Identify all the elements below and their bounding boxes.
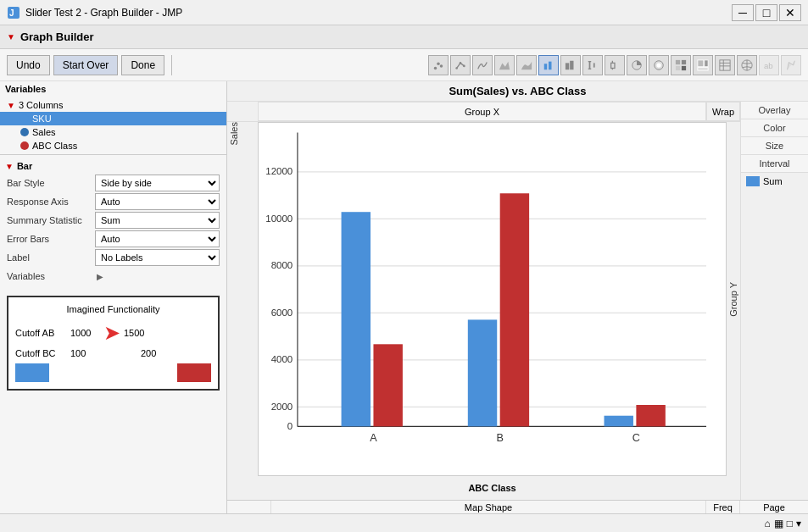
status-icon-dropdown[interactable]: ▾ [796, 518, 801, 529]
svg-line-9 [460, 63, 464, 66]
svg-rect-12 [566, 63, 569, 69]
title-bar-controls: ─ □ ✕ [732, 4, 801, 21]
done-button[interactable]: Done [121, 55, 164, 75]
chart-icon-pie2[interactable] [649, 55, 669, 75]
right-overlay-panel: Overlay Color Size Interval Sum [740, 102, 808, 500]
chart-icon-word[interactable]: ab [759, 55, 779, 75]
svg-point-4 [440, 64, 443, 68]
svg-text:12000: 12000 [265, 166, 293, 176]
label-row: Label No Labels [0, 248, 226, 267]
page-label: Page [740, 501, 808, 513]
chart-icon-area[interactable] [494, 55, 515, 75]
x-axis-spacer [227, 476, 258, 500]
svg-rect-18 [611, 63, 615, 68]
chart-icon-range[interactable] [582, 55, 603, 75]
svg-text:8000: 8000 [271, 260, 293, 270]
status-icon-table[interactable]: ▦ [774, 518, 783, 529]
bar-style-label: Bar Style [7, 178, 92, 188]
chart-with-axes: Group X Wrap Sales [227, 102, 740, 500]
undo-button[interactable]: Undo [7, 55, 50, 75]
sales-dot [20, 128, 29, 136]
cutoff-bc-row: Cutoff BC 100 200 [15, 348, 211, 358]
variables-list: ▼ 3 Columns SKU Sales ABC Class [0, 97, 226, 154]
chart-icon-box[interactable] [605, 55, 625, 75]
svg-text:10000: 10000 [265, 213, 293, 224]
right-area: Sum(Sales) vs. ABC Class Group X Wrap Sa [227, 81, 808, 513]
response-axis-select[interactable]: Auto [95, 193, 220, 210]
x-axis-row: ABC Class [227, 476, 740, 500]
chart-icon-line2[interactable] [450, 55, 471, 75]
svg-text:4000: 4000 [271, 354, 293, 364]
error-bars-label: Error Bars [7, 234, 92, 244]
bar-style-select[interactable]: Side by side [95, 175, 220, 191]
var-item-sales[interactable]: Sales [0, 125, 226, 139]
var-item-sku[interactable]: SKU [0, 112, 226, 125]
chart-icon-geo[interactable] [781, 55, 801, 75]
cutoff-ab-val2: 1500 [124, 328, 153, 338]
svg-text:0: 0 [287, 421, 293, 431]
svg-text:B: B [496, 432, 503, 444]
cutoff-bc-val2: 200 [141, 348, 170, 358]
chart-main: Group X Wrap Sales [227, 102, 808, 500]
chart-title: Sum(Sales) vs. ABC Class [227, 81, 808, 102]
group-y-label: Group Y [727, 282, 740, 317]
var-group-arrow[interactable]: ▼ [7, 101, 15, 110]
summary-statistic-row: Summary Statistic Sum [0, 211, 226, 230]
status-icon-window[interactable]: □ [787, 518, 793, 529]
x-axis-end-spacer [727, 476, 740, 500]
svg-rect-29 [705, 59, 708, 66]
summary-statistic-select[interactable]: Sum [95, 212, 220, 229]
chart-icon-bar2[interactable] [560, 55, 581, 75]
chart-icon-map[interactable] [737, 55, 757, 75]
start-over-button[interactable]: Start Over [53, 55, 119, 75]
chart-icon-area2[interactable] [516, 55, 537, 75]
imagined-box: Imagined Functionality Cutoff AB 1000 ➤ … [7, 296, 220, 391]
chart-icon-smooth[interactable] [472, 55, 493, 75]
chart-icon-heat[interactable] [671, 55, 691, 75]
collapse-arrow[interactable]: ▼ [7, 32, 15, 42]
red-swatch [177, 363, 211, 382]
svg-point-3 [437, 62, 440, 65]
maximize-button[interactable]: □ [755, 4, 777, 21]
response-axis-label: Response Axis [7, 197, 92, 207]
bar-section: ▼ Bar Bar Style Side by side Response Ax… [0, 154, 226, 289]
bar-b-blue [468, 319, 497, 426]
svg-rect-31 [720, 59, 730, 69]
var-group: ▼ 3 Columns [0, 98, 226, 112]
bar-style-row: Bar Style Side by side [0, 174, 226, 192]
chart-icon-treemap[interactable] [693, 55, 713, 75]
chart-icon-pie[interactable] [627, 55, 647, 75]
main-container: ▼ Graph Builder Undo Start Over Done [0, 25, 808, 532]
chart-icon-table[interactable] [715, 55, 735, 75]
toolbar-row: Undo Start Over Done [0, 49, 808, 81]
variables-prop-arrow: ▶ [97, 272, 103, 281]
interval-btn[interactable]: Interval [741, 155, 808, 173]
var-item-abc-class[interactable]: ABC Class [0, 139, 226, 152]
bottom-labels-row: Map Shape Freq Page [227, 500, 808, 513]
svg-text:6000: 6000 [271, 308, 293, 318]
abc-class-dot [20, 141, 29, 150]
overlay-btn[interactable]: Overlay [741, 102, 808, 119]
error-bars-select[interactable]: Auto [95, 230, 220, 247]
title-bar: J Slider Test 2 - Graph Builder - JMP ─ … [0, 0, 808, 25]
bar-arrow[interactable]: ▼ [5, 162, 14, 171]
chart-icon-scatter[interactable] [428, 55, 449, 75]
group-x-label: Group X [258, 102, 706, 121]
chart-icon-bar[interactable] [538, 55, 559, 75]
close-button[interactable]: ✕ [779, 4, 801, 21]
svg-text:C: C [632, 432, 640, 444]
minimize-button[interactable]: ─ [732, 4, 754, 21]
response-axis-row: Response Axis Auto [0, 192, 226, 211]
color-btn[interactable]: Color [741, 119, 808, 137]
cutoff-ab-row: Cutoff AB 1000 ➤ 1500 [15, 321, 211, 345]
summary-statistic-label: Summary Statistic [7, 215, 92, 225]
bar-section-header: ▼ Bar [0, 158, 226, 174]
error-bars-row: Error Bars Auto [0, 230, 226, 248]
freq-label: Freq [706, 501, 740, 513]
status-icon-home[interactable]: ⌂ [765, 518, 771, 529]
chart-area: 0 2000 4000 6000 8000 10000 12000 [258, 122, 727, 476]
size-btn[interactable]: Size [741, 137, 808, 155]
variables-prop-row: Variables ▶ [0, 267, 226, 285]
svg-point-23 [656, 63, 660, 67]
label-select[interactable]: No Labels [95, 249, 220, 266]
